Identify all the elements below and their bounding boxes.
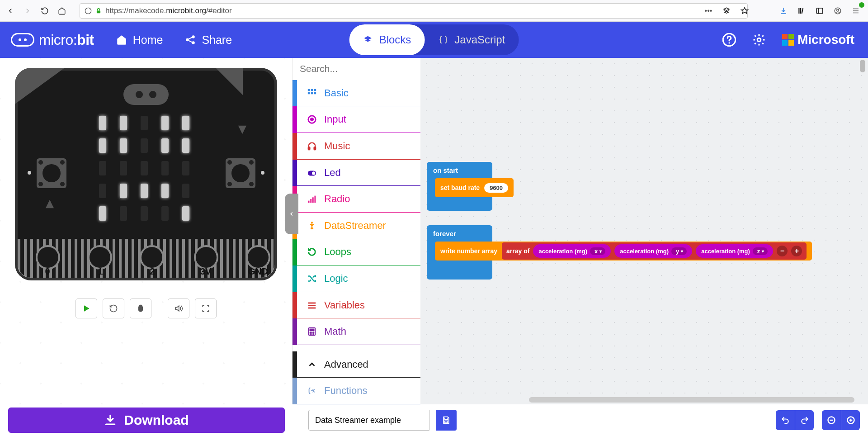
svg-rect-34 (310, 329, 314, 331)
chevron-left-icon (288, 211, 295, 217)
array-remove-button[interactable]: − (777, 246, 788, 256)
url-text: https://makecode.microbit.org/#editor (105, 6, 232, 15)
cat-logic[interactable]: Logic (292, 265, 420, 292)
sim-fullscreen-button[interactable] (195, 299, 217, 318)
block-on-start[interactable]: on start set baud rate 9600 (427, 162, 492, 211)
block-acceleration-z[interactable]: acceleration (mg)z (696, 244, 773, 258)
sim-mute-button[interactable] (168, 299, 189, 318)
pin-label-3v: 3V (192, 266, 219, 277)
back-button[interactable] (3, 3, 18, 19)
microbit-button-a[interactable] (37, 158, 66, 188)
pin-label-2: 2 (139, 266, 166, 277)
sim-play-button[interactable] (75, 299, 97, 318)
block-array-of[interactable]: array of acceleration (mg)x acceleration… (502, 242, 807, 260)
block-acceleration-x[interactable]: acceleration (mg)x (533, 244, 611, 258)
headphones-icon (307, 141, 317, 151)
svg-point-36 (311, 332, 312, 333)
redo-button[interactable] (795, 410, 814, 430)
baud-value[interactable]: 9600 (484, 183, 508, 193)
block-write-number-array[interactable]: write number array array of acceleration… (435, 242, 812, 261)
pin-label-0: 0 (34, 266, 61, 277)
cat-advanced[interactable]: Advanced (292, 351, 420, 378)
array-add-button[interactable]: + (791, 246, 802, 256)
svg-point-39 (311, 334, 312, 335)
undo-button[interactable] (776, 410, 795, 430)
sim-debug-button[interactable] (130, 299, 151, 318)
svg-rect-17 (308, 92, 310, 94)
svg-rect-29 (315, 196, 316, 203)
cat-led[interactable]: Led (292, 160, 420, 186)
cat-radio[interactable]: Radio (292, 186, 420, 213)
logo[interactable]: micro:bit (0, 32, 94, 48)
bookmark-icon[interactable] (737, 3, 752, 19)
search-input[interactable] (300, 63, 418, 74)
reader-icon[interactable] (719, 3, 734, 19)
zoom-in-button[interactable] (841, 410, 860, 430)
page-actions-icon[interactable]: ••• (701, 3, 716, 19)
settings-icon[interactable] (752, 33, 766, 47)
reload-button[interactable] (37, 3, 52, 19)
svg-rect-2 (798, 8, 799, 14)
help-icon[interactable] (722, 33, 736, 47)
axis-dropdown-z[interactable]: z (753, 247, 768, 255)
account-icon[interactable] (830, 3, 845, 19)
label-a-icon (45, 199, 55, 209)
menu-icon[interactable] (848, 3, 863, 19)
microbit-simulator[interactable]: 0 1 2 3V GND (15, 68, 277, 280)
svg-rect-1 (97, 10, 100, 13)
workspace-vscroll[interactable] (858, 58, 867, 404)
cat-basic[interactable]: Basic (292, 80, 420, 107)
toolbox-search[interactable] (292, 58, 420, 80)
cat-loops[interactable]: Loops (292, 239, 420, 266)
lock-icon (95, 8, 102, 14)
cat-input[interactable]: Input (292, 106, 420, 133)
download-button[interactable]: Download (8, 408, 285, 433)
toolbox: Basic Input Music Led Radio DataStreamer… (292, 58, 420, 404)
downloads-icon[interactable] (776, 3, 791, 19)
sim-restart-button[interactable] (103, 299, 124, 318)
blocks-tab[interactable]: Blocks (349, 24, 425, 55)
project-name-input[interactable]: Data Streamer example (308, 410, 429, 431)
cat-variables[interactable]: Variables (292, 292, 420, 319)
axis-dropdown-y[interactable]: y (671, 247, 687, 255)
block-acceleration-y[interactable]: acceleration (mg)y (614, 244, 692, 258)
svg-point-9 (192, 35, 195, 38)
zoom-out-button[interactable] (822, 410, 841, 430)
cat-math[interactable]: Math (292, 318, 420, 345)
cat-datastreamer[interactable]: DataStreamer (292, 213, 420, 239)
cat-functions[interactable]: Functions (292, 378, 420, 404)
share-icon (184, 34, 196, 46)
svg-point-38 (310, 334, 311, 335)
forward-button[interactable] (20, 3, 35, 19)
home-link[interactable]: Home (116, 33, 163, 47)
home-button[interactable] (54, 3, 70, 19)
braces-icon (438, 35, 448, 45)
workspace[interactable]: on start set baud rate 9600 forever writ… (420, 58, 868, 404)
sidebar-icon[interactable] (812, 3, 827, 19)
svg-rect-31 (308, 305, 316, 306)
collapse-simulator-handle[interactable] (285, 194, 298, 234)
javascript-tab[interactable]: JavaScript (425, 24, 519, 55)
block-set-baud-rate[interactable]: set baud rate 9600 (435, 178, 514, 197)
svg-rect-30 (308, 302, 316, 303)
block-forever[interactable]: forever write number array array of acce… (427, 225, 492, 280)
download-icon (104, 414, 117, 427)
save-icon (442, 416, 451, 425)
microbit-button-b[interactable] (226, 158, 255, 188)
label-b-icon (237, 125, 247, 135)
toggle-icon (307, 168, 317, 178)
microsoft-logo[interactable]: Microsoft (782, 33, 854, 47)
pin-label-gnd: GND (245, 266, 272, 277)
svg-point-12 (757, 38, 761, 42)
cat-music[interactable]: Music (292, 133, 420, 160)
url-bar[interactable]: https://makecode.microbit.org/#editor (80, 3, 748, 19)
axis-dropdown-x[interactable]: x (590, 247, 605, 255)
workspace-hscroll[interactable] (529, 397, 854, 403)
svg-rect-19 (314, 92, 316, 94)
share-link[interactable]: Share (184, 33, 232, 47)
target-icon (307, 114, 317, 124)
svg-rect-15 (311, 89, 313, 91)
save-button[interactable] (436, 410, 457, 431)
library-icon[interactable] (794, 3, 809, 19)
svg-rect-26 (308, 201, 310, 203)
